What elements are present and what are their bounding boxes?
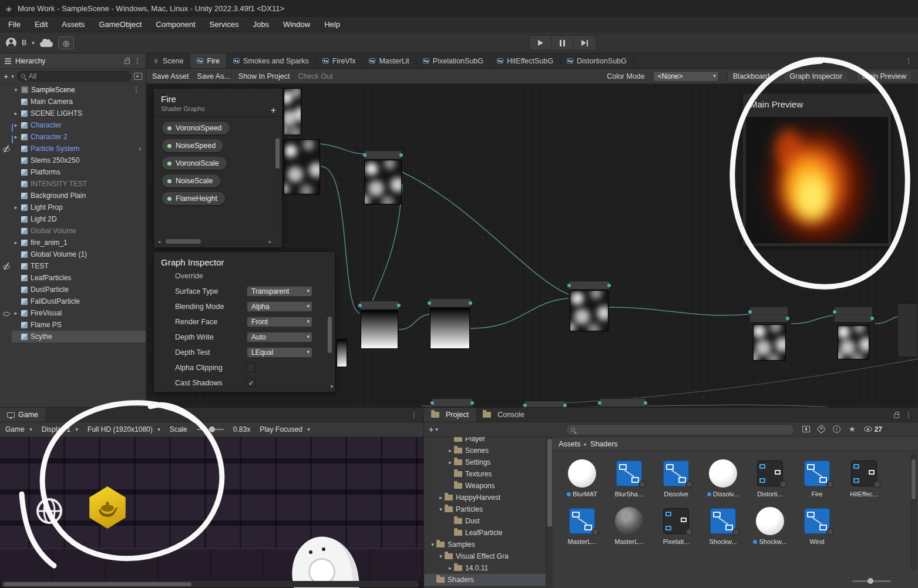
lock-icon[interactable] [894,414,899,418]
asset-item[interactable]: BlurSha... [606,458,653,498]
menu-item[interactable]: Jobs [253,20,268,29]
scrollbar-thumb[interactable] [547,439,552,527]
foldout-arrow[interactable] [12,310,20,316]
hierarchy-search[interactable] [17,71,131,82]
shader-node-preview[interactable] [284,88,301,135]
alert-icon[interactable]: ! [833,425,840,433]
foldout-arrow[interactable] [446,459,454,465]
foldout-arrow[interactable] [12,204,20,210]
kebab-icon[interactable]: ⋮ [905,411,912,418]
menu-item[interactable]: Assets [62,20,85,29]
menu-item[interactable]: GameObject [99,20,142,29]
asset-item[interactable]: Shockw... [746,506,793,545]
blackboard-property[interactable]: VoronoiScale [162,157,227,170]
project-folder-row[interactable]: Samples [424,539,546,550]
asset-item[interactable]: Distorti... [746,458,793,498]
project-folder-row[interactable]: LeafParticle [424,527,546,539]
hierarchy-row[interactable]: TEST [0,260,146,272]
blackboard-toggle-button[interactable]: Blackboard [727,70,776,82]
blackboard-property[interactable]: NoiseScale [162,174,220,187]
scroll-down-icon[interactable]: ▾ [330,384,333,389]
hierarchy-tab-label[interactable]: Hierarchy [15,57,45,65]
hierarchy-row[interactable]: FireVisual [0,307,146,319]
inspector-dropdown[interactable]: Transparent [247,286,312,297]
hierarchy-row[interactable]: Particle System › [0,143,146,154]
hamburger-icon[interactable] [5,61,11,62]
prefab-open-chevron[interactable]: › [139,145,141,153]
foldout-arrow[interactable] [12,122,20,128]
pause-button[interactable] [552,35,574,51]
project-folder-row[interactable]: Particles [424,503,546,515]
asset-grid-scrollbar[interactable] [910,453,917,570]
game-tab[interactable]: Game [0,408,45,422]
foldout-arrow[interactable] [12,110,20,116]
blackboard-property[interactable]: NoiseSpeed [162,139,223,152]
hierarchy-row[interactable]: INTENSITY TEST [0,178,146,190]
menu-item[interactable]: Component [156,20,195,29]
shader-node-preview[interactable] [284,139,320,194]
asset-item[interactable]: Wind [793,506,840,545]
hierarchy-row[interactable]: Stems 250x250 [0,154,146,166]
visibility-toggle[interactable] [0,263,12,270]
project-folder-row[interactable]: Scenes [424,445,546,456]
favorites-star-icon[interactable]: ★ [849,425,856,434]
inspector-dropdown[interactable]: LEqual [247,347,312,358]
account-name[interactable]: B [22,39,26,47]
view-tab[interactable]: Fire [190,53,227,68]
visibility-toggle[interactable] [0,145,12,153]
hierarchy-row[interactable]: FallDustParticle [0,295,146,307]
hierarchy-row[interactable]: Character [0,119,146,131]
label-tag-icon[interactable] [817,425,826,434]
account-avatar-icon[interactable] [6,38,16,48]
hierarchy-search-input[interactable] [28,72,127,81]
inspector-scrollbar[interactable] [327,285,332,381]
project-folder-row[interactable]: Visual Effect Gra [424,550,546,562]
kebab-icon[interactable]: ⋮ [905,58,912,65]
hierarchy-row[interactable]: Global Volume [0,225,146,237]
menu-item[interactable]: Help [324,20,340,29]
view-tab[interactable]: PixelationSubG [416,53,490,68]
foldout-arrow[interactable] [429,542,436,547]
gradient-node-preview[interactable] [361,310,398,349]
project-folder-row[interactable]: Player [424,437,546,445]
save-asset-button[interactable]: Save Asset [152,72,189,80]
project-folder-row[interactable]: Shaders [424,574,546,586]
hierarchy-row[interactable]: Main Camera [0,96,146,107]
grid-snap-button[interactable]: ◎ [58,36,74,49]
shader-node[interactable] [834,307,873,322]
foldout-arrow[interactable] [446,448,454,453]
shader-node[interactable] [599,398,646,407]
scale-slider[interactable] [197,429,224,430]
hierarchy-row[interactable]: SCENE LIGHTS [0,107,146,119]
project-folder-row[interactable]: Settings [424,456,546,468]
chevron-down-icon[interactable]: ▾ [32,40,35,46]
project-folder-row[interactable]: Textures [424,468,546,480]
package-icon[interactable] [802,426,810,432]
gradient-node-preview[interactable] [337,339,347,367]
foldout-arrow[interactable] [437,495,445,500]
project-folder-row[interactable]: HappyHarvest [424,492,546,503]
hierarchy-row[interactable]: Platforms [0,166,146,178]
display-dropdown[interactable]: Display 1 [42,425,78,434]
show-in-project-button[interactable]: Show In Project [238,72,290,80]
view-tab[interactable]: HitEffectSubG [490,53,560,68]
tree-scrollbar[interactable] [546,437,553,588]
kebab-icon[interactable]: ⋮ [411,411,418,418]
hierarchy-row[interactable]: DustParticle [0,284,146,295]
scene-row[interactable]: SampleScene ⋮ [0,84,146,96]
shader-node[interactable] [749,307,788,322]
panel-tab[interactable]: Project [424,408,476,422]
hierarchy-row[interactable]: Light Prop [0,201,146,213]
blackboard-hscrollbar[interactable]: ◂▸ [156,238,273,245]
shader-node[interactable] [897,303,918,357]
hierarchy-row[interactable]: fire_anim_1 [0,237,146,248]
game-view-dropdown[interactable]: Game [5,425,32,434]
play-button[interactable] [529,35,552,51]
scroll-right-icon[interactable]: ▸ [269,239,271,244]
panel-tab[interactable]: Console [476,408,532,422]
graph-canvas[interactable]: Fire Shader Graphs + VoronoiSpeed NoiseS… [146,84,918,407]
hierarchy-row[interactable]: Character 2 [0,131,146,143]
asset-item[interactable]: Pixelati... [653,506,700,545]
hierarchy-row[interactable]: Flame PS [0,319,146,331]
foldout-arrow[interactable] [12,240,20,246]
